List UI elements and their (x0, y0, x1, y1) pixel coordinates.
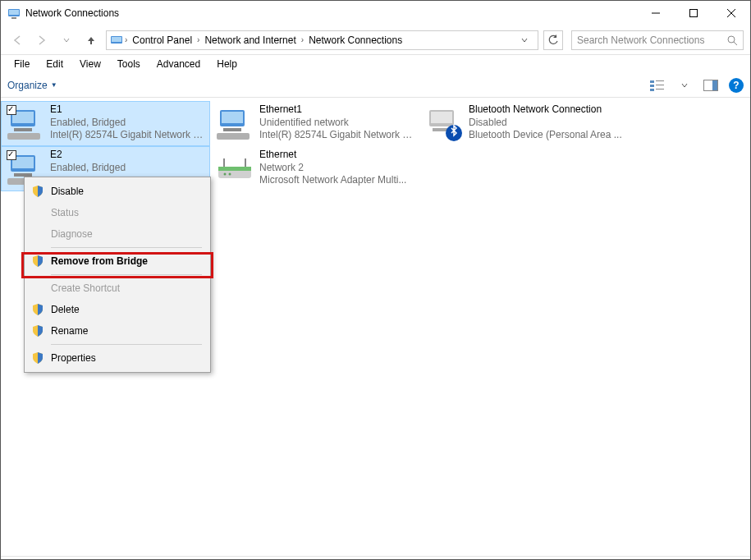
search-input[interactable]: Search Network Connections (571, 30, 744, 50)
connection-description: Bluetooth Device (Personal Area ... (469, 129, 622, 142)
address-row: › Control Panel › Network and Internet ›… (1, 25, 750, 55)
organize-dropdown[interactable]: Organize ▼ (7, 80, 57, 91)
close-button[interactable] (712, 1, 750, 25)
separator (51, 344, 202, 345)
ctx-rename-label: Rename (51, 325, 88, 337)
view-options-button[interactable] (650, 77, 666, 94)
ctx-remove-from-bridge[interactable]: Remove from Bridge (26, 250, 208, 272)
svg-rect-15 (650, 89, 654, 91)
svg-rect-26 (217, 133, 250, 140)
svg-rect-1 (9, 10, 19, 15)
connection-description: Microsoft Network Adapter Multi... (259, 174, 406, 187)
svg-rect-39 (223, 158, 225, 167)
chevron-right-icon: › (195, 35, 201, 44)
content-area: E1 Enabled, Bridged Intel(R) 82574L Giga… (1, 98, 750, 556)
connection-description: Intel(R) 82574L Gigabit Network C... (259, 129, 414, 142)
chevron-down-icon: ▼ (51, 81, 57, 89)
menu-advanced[interactable]: Advanced (149, 57, 208, 71)
app-icon (7, 7, 21, 20)
network-adapter-icon (215, 103, 254, 143)
ctx-rename[interactable]: Rename (26, 320, 208, 342)
svg-rect-8 (112, 37, 121, 42)
separator (51, 274, 202, 275)
ctx-diagnose: Diagnose (26, 223, 208, 245)
toolbar: Organize ▼ ? (1, 73, 750, 98)
search-placeholder: Search Network Connections (577, 34, 704, 46)
connection-status: Unidentified network (259, 117, 414, 130)
chevron-right-icon: › (123, 35, 129, 44)
svg-rect-11 (650, 80, 654, 83)
svg-rect-18 (712, 80, 717, 90)
ctx-properties-label: Properties (51, 352, 96, 364)
location-icon (110, 34, 123, 47)
svg-rect-28 (431, 112, 452, 123)
checkbox-icon[interactable] (7, 150, 16, 160)
menu-file[interactable]: File (6, 57, 38, 71)
connection-name: Ethernet (259, 149, 406, 162)
ctx-properties[interactable]: Properties (26, 347, 208, 369)
svg-rect-4 (690, 10, 698, 17)
svg-point-9 (728, 36, 735, 43)
svg-rect-21 (14, 128, 32, 131)
menu-tools[interactable]: Tools (109, 57, 149, 71)
address-dropdown-icon[interactable] (521, 37, 534, 44)
breadcrumb-network-connections[interactable]: Network Connections (305, 34, 405, 46)
svg-line-10 (734, 42, 737, 45)
network-router-icon (215, 149, 254, 188)
connection-item[interactable]: Bluetooth Network Connection Disabled Bl… (419, 101, 629, 146)
shield-icon (31, 351, 44, 365)
connection-name: Ethernet1 (259, 103, 414, 117)
ctx-disable[interactable]: Disable (26, 181, 208, 202)
ctx-shortcut-label: Create Shortcut (51, 282, 120, 294)
menu-bar: File Edit View Tools Advanced Help (1, 55, 750, 73)
ctx-delete-label: Delete (51, 304, 80, 315)
minimize-button[interactable] (637, 1, 675, 25)
connection-item[interactable]: E1 Enabled, Bridged Intel(R) 82574L Giga… (1, 101, 210, 146)
separator (51, 247, 202, 248)
view-dropdown-icon[interactable] (676, 77, 693, 94)
ctx-disable-label: Disable (51, 186, 84, 197)
preview-pane-button[interactable] (703, 77, 719, 94)
chevron-right-icon: › (300, 35, 305, 44)
checkbox-icon[interactable] (7, 105, 16, 115)
history-dropdown[interactable] (57, 30, 76, 50)
maximize-button[interactable] (675, 1, 712, 25)
titlebar: Network Connections (1, 1, 750, 25)
svg-rect-40 (245, 158, 246, 167)
svg-rect-22 (7, 133, 40, 140)
shield-icon (31, 324, 44, 337)
connection-description: Intel(R) 82574L Gigabit Network C... (50, 129, 205, 142)
back-button[interactable] (7, 30, 27, 50)
shield-icon (31, 303, 44, 316)
breadcrumb-network-internet[interactable]: Network and Internet (201, 34, 299, 46)
connection-name: E2 (50, 149, 126, 162)
refresh-button[interactable] (543, 30, 563, 50)
connection-status: Network 2 (259, 162, 406, 175)
connection-name: Bluetooth Network Connection (469, 103, 622, 117)
menu-edit[interactable]: Edit (38, 57, 71, 71)
connection-item[interactable]: Ethernet Network 2 Microsoft Network Ada… (210, 146, 419, 191)
ctx-diagnose-label: Diagnose (51, 228, 93, 240)
help-button[interactable]: ? (729, 78, 744, 93)
ctx-delete[interactable]: Delete (26, 299, 208, 320)
connection-name: E1 (50, 103, 205, 117)
svg-point-38 (229, 173, 231, 176)
shield-icon (31, 255, 44, 268)
connection-item[interactable]: Ethernet1 Unidentified network Intel(R) … (210, 101, 419, 146)
svg-point-37 (224, 173, 227, 176)
address-bar[interactable]: › Control Panel › Network and Internet ›… (106, 30, 538, 50)
forward-button[interactable] (32, 30, 52, 50)
svg-rect-16 (656, 89, 664, 90)
search-icon (726, 34, 738, 46)
breadcrumb-control-panel[interactable]: Control Panel (129, 34, 195, 46)
connection-status: Enabled, Bridged (50, 117, 205, 130)
status-bar: 5 items 2 items selected (1, 556, 750, 560)
shield-icon (31, 185, 44, 198)
ctx-status: Status (26, 202, 208, 223)
menu-view[interactable]: View (71, 57, 109, 71)
svg-rect-12 (656, 80, 664, 81)
ctx-remove-label: Remove from Bridge (51, 255, 148, 267)
up-button[interactable] (81, 30, 101, 50)
network-adapter-icon (424, 103, 464, 143)
menu-help[interactable]: Help (208, 57, 245, 71)
